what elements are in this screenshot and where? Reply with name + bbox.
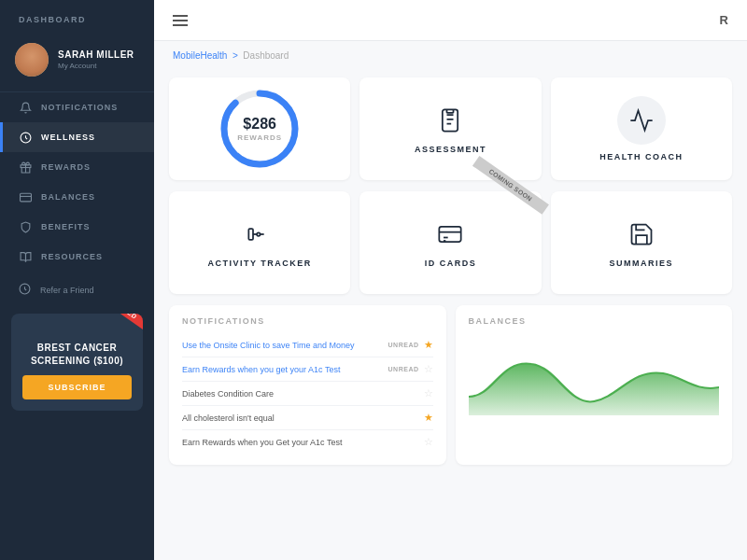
sidebar-item-resources[interactable]: RESOURCES bbox=[0, 242, 154, 272]
nav-label-notifications: NOTIFICATIONS bbox=[41, 103, 118, 112]
sidebar-item-benefits[interactable]: BENEFITS bbox=[0, 212, 154, 242]
balances-chart bbox=[469, 341, 720, 415]
notif-item-0[interactable]: Use the Onsite Clinic to save Time and M… bbox=[182, 333, 433, 357]
health-coach-card[interactable]: HEALTH COACH bbox=[551, 77, 732, 180]
top-cards-grid: $286 REWARDS ASSESSMENT bbox=[169, 77, 732, 180]
balances-panel: BALANCES bbox=[456, 305, 733, 465]
notif-right-4: ☆ bbox=[424, 436, 433, 448]
health-coach-label: HEALTH COACH bbox=[599, 152, 683, 161]
rewards-label: REWARDS bbox=[237, 133, 282, 142]
breadcrumb-current: Dashboard bbox=[243, 50, 289, 61]
notif-item-3[interactable]: All cholesterol isn't equal ★ bbox=[182, 406, 433, 430]
notif-star-2[interactable]: ☆ bbox=[424, 387, 433, 399]
nav-label-wellness: WELLNESS bbox=[41, 133, 95, 142]
notifications-panel: NOTIFICATIONS Use the Onsite Clinic to s… bbox=[169, 305, 446, 465]
gift-icon bbox=[19, 161, 32, 174]
sidebar-item-rewards[interactable]: REWARDS bbox=[0, 152, 154, 182]
notif-item-2[interactable]: Diabetes Condition Care ☆ bbox=[182, 382, 433, 406]
refer-label: Refer a Friend bbox=[40, 286, 94, 295]
notif-right-0: UNREAD ★ bbox=[388, 339, 433, 351]
refer-icon bbox=[19, 283, 31, 297]
main-content: R MobileHealth > Dashboard $286 REWARDS bbox=[154, 0, 747, 560]
heart-icon bbox=[19, 131, 32, 144]
sidebar-title: DASHBOARD bbox=[0, 0, 154, 34]
summaries-card[interactable]: SUMMARIES bbox=[551, 191, 732, 294]
sidebar-item-balances[interactable]: BALANCES bbox=[0, 182, 154, 212]
breadcrumb-parent[interactable]: MobileHealth bbox=[173, 50, 227, 61]
notif-unread-0: UNREAD bbox=[388, 342, 419, 348]
id-cards-icon bbox=[433, 217, 467, 251]
book-icon bbox=[19, 250, 32, 263]
svg-rect-3 bbox=[20, 193, 31, 202]
notif-right-3: ★ bbox=[424, 412, 433, 424]
user-section[interactable]: SARAH MILLER My Account bbox=[0, 34, 154, 92]
assessment-label: ASSESSMENT bbox=[415, 145, 486, 154]
notif-star-0[interactable]: ★ bbox=[424, 339, 433, 351]
summaries-label: SUMMARIES bbox=[610, 259, 674, 268]
rewards-amount: $286 bbox=[237, 116, 282, 133]
nav-label-benefits: BENEFITS bbox=[41, 222, 91, 231]
shield-icon bbox=[19, 220, 32, 233]
notif-text-4: Earn Rewards when you Get your A1c Test bbox=[182, 438, 424, 447]
bottom-cards-grid: ACTIVITY TRACKER COMING SOON ID CARDS bbox=[169, 191, 732, 294]
topbar: R bbox=[154, 0, 747, 41]
rewards-amount-display: $286 REWARDS bbox=[237, 116, 282, 142]
refer-friend[interactable]: Refer a Friend bbox=[0, 275, 154, 304]
balances-panel-title: BALANCES bbox=[469, 316, 720, 326]
promo-title: BREST CANCER SCREENING ($100) bbox=[22, 342, 132, 368]
notif-star-1[interactable]: ☆ bbox=[424, 363, 433, 375]
subscribe-button[interactable]: SUBSCRIBE bbox=[22, 375, 132, 399]
summaries-icon bbox=[625, 217, 658, 251]
id-cards-label: ID CARDS bbox=[425, 259, 477, 268]
notif-right-1: UNREAD ☆ bbox=[388, 363, 433, 375]
bottom-info-section: NOTIFICATIONS Use the Onsite Clinic to s… bbox=[169, 305, 732, 465]
notif-star-3[interactable]: ★ bbox=[424, 412, 433, 424]
notif-text-2: Diabetes Condition Care bbox=[182, 389, 424, 399]
activity-tracker-card[interactable]: ACTIVITY TRACKER bbox=[169, 191, 350, 294]
bell-icon bbox=[19, 101, 32, 114]
notif-text-0: Use the Onsite Clinic to save Time and M… bbox=[182, 341, 388, 350]
svg-rect-13 bbox=[440, 227, 461, 242]
dashboard-content: $286 REWARDS ASSESSMENT bbox=[154, 66, 747, 560]
nav-label-resources: RESOURCES bbox=[41, 252, 103, 261]
notif-unread-1: UNREAD bbox=[388, 366, 419, 372]
credit-card-icon bbox=[19, 190, 32, 203]
breadcrumb-separator: > bbox=[233, 50, 238, 61]
rewards-card[interactable]: $286 REWARDS bbox=[169, 77, 350, 180]
avatar bbox=[15, 43, 49, 77]
notif-text-1: Earn Rewards when you get your A1c Test bbox=[182, 365, 388, 374]
assessment-card[interactable]: ASSESSMENT bbox=[359, 77, 541, 180]
assessment-icon bbox=[433, 104, 467, 137]
promo-badge: RECOMMENDED bbox=[74, 314, 143, 331]
user-name: SARAH MILLER bbox=[58, 49, 134, 60]
nav-label-balances: BALANCES bbox=[41, 192, 95, 202]
user-subtitle: My Account bbox=[58, 62, 134, 70]
promo-card: RECOMMENDED BREST CANCER SCREENING ($100… bbox=[11, 314, 143, 411]
svg-point-11 bbox=[257, 232, 261, 236]
notifications-panel-title: NOTIFICATIONS bbox=[182, 316, 433, 326]
activity-tracker-icon bbox=[243, 217, 276, 251]
notif-item-1[interactable]: Earn Rewards when you get your A1c Test … bbox=[182, 357, 433, 382]
sidebar-item-notifications[interactable]: NOTIFICATIONS bbox=[0, 92, 154, 122]
health-coach-icon bbox=[617, 96, 666, 145]
notif-right-2: ☆ bbox=[424, 387, 433, 399]
id-cards-card[interactable]: ID CARDS bbox=[359, 191, 541, 294]
id-cards-wrapper: COMING SOON ID CARDS bbox=[359, 191, 541, 294]
sidebar: DASHBOARD SARAH MILLER My Account NOTIFI… bbox=[0, 0, 154, 560]
notif-text-3: All cholesterol isn't equal bbox=[182, 413, 424, 423]
topbar-user-initial[interactable]: R bbox=[720, 13, 728, 27]
breadcrumb: MobileHealth > Dashboard bbox=[154, 41, 747, 66]
activity-tracker-label: ACTIVITY TRACKER bbox=[207, 259, 311, 268]
user-info: SARAH MILLER My Account bbox=[58, 49, 134, 70]
menu-icon[interactable] bbox=[173, 15, 188, 26]
svg-rect-9 bbox=[248, 229, 253, 240]
nav-label-rewards: REWARDS bbox=[41, 162, 91, 172]
notif-star-4[interactable]: ☆ bbox=[424, 436, 433, 448]
notif-item-4[interactable]: Earn Rewards when you Get your A1c Test … bbox=[182, 430, 433, 454]
rewards-donut: $286 REWARDS bbox=[218, 87, 302, 171]
sidebar-item-wellness[interactable]: WELLNESS bbox=[0, 122, 154, 152]
